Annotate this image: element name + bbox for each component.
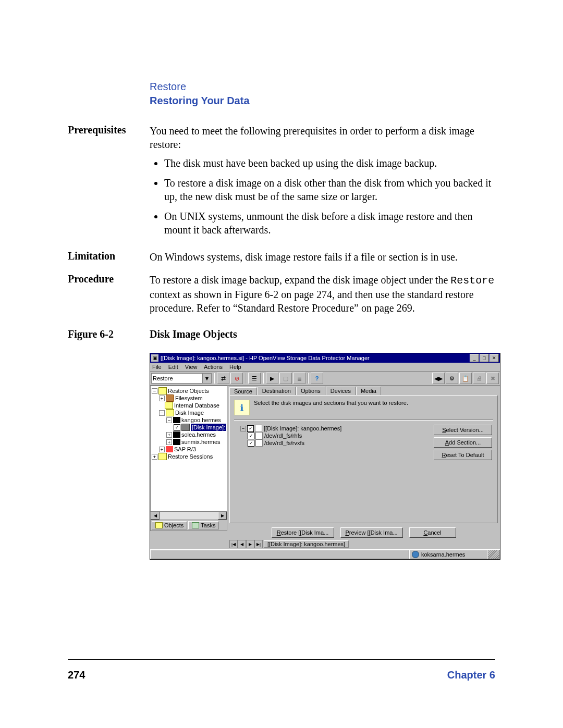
tree-kangoo[interactable]: −kangoo.hermes	[152, 416, 226, 424]
scoping-tab-tasks[interactable]: Tasks	[188, 521, 219, 529]
scoping-pane: −Restore Objects +Filesystem Internal Da…	[150, 386, 227, 520]
tree-sap[interactable]: +SAP R/3	[152, 446, 226, 453]
toolbar: Restore ▼ ⇄ ⊘ ☰ ▶ ▢ ≣ ? ◀▶ ⚙ 📋 🖨 ✖	[150, 372, 500, 386]
context-combo[interactable]: Restore ▼	[151, 373, 212, 384]
tab-source[interactable]: Source	[229, 387, 257, 396]
close-button[interactable]: ✕	[489, 354, 499, 362]
nav-last-icon[interactable]: ▶|	[254, 540, 263, 548]
toolbar-pause-icon[interactable]: ▢	[279, 373, 292, 384]
toolbar-properties-icon[interactable]: ☰	[248, 373, 261, 384]
tree-sunmix[interactable]: +sunmix.hermes	[152, 438, 226, 446]
toolbar-run-icon[interactable]: ▶	[266, 373, 278, 384]
minimize-button[interactable]: _	[470, 354, 479, 362]
select-version-button[interactable]: Select Version...	[434, 425, 492, 435]
nav-next-icon[interactable]: ▶	[246, 540, 254, 548]
chevron-down-icon: ▼	[202, 374, 211, 383]
device-icon	[255, 432, 263, 439]
add-section-button[interactable]: Add Section...	[434, 437, 492, 448]
tasks-icon	[192, 522, 199, 528]
info-icon: ℹ	[234, 400, 250, 415]
disk-image-icon	[255, 425, 262, 432]
toolbar-stop-icon[interactable]: ⊘	[230, 373, 243, 384]
figure-label: Figure 6-2	[68, 328, 150, 340]
tree-filesystem[interactable]: +Filesystem	[152, 394, 226, 402]
procedure-text: To restore a disk image backup, expand t…	[150, 273, 495, 315]
app-icon: ▣	[151, 354, 158, 362]
prerequisites-label: Prerequisites	[68, 124, 150, 243]
toolbar-delete-icon[interactable]: ✖	[486, 373, 499, 384]
figure-title: Disk Image Objects	[150, 328, 237, 340]
menu-view[interactable]: View	[185, 364, 198, 370]
maximize-button[interactable]: □	[480, 354, 489, 362]
toolbar-connect-icon[interactable]: ⇄	[217, 373, 229, 384]
tree-disk-image-selected[interactable]: ✓[Disk Image]:	[152, 424, 226, 431]
tab-options[interactable]: Options	[296, 387, 325, 395]
titlebar: ▣ [[Disk Image]: kangoo.hermes.si] - HP …	[150, 353, 500, 363]
window-title: [[Disk Image]: kangoo.hermes.si] - HP Op…	[161, 355, 470, 361]
menu-help[interactable]: Help	[229, 364, 241, 370]
toolbar-nav2-icon[interactable]: ⚙	[446, 373, 458, 384]
instruction-text: Select the disk images and sections that…	[254, 400, 408, 406]
scoping-tab-objects[interactable]: Objects	[152, 521, 187, 529]
toolbar-list-icon[interactable]: ≣	[293, 373, 305, 384]
objects-icon	[155, 522, 163, 528]
nav-prev-icon[interactable]: ◀	[238, 540, 246, 548]
header-subsection: Restoring Your Data	[150, 95, 250, 107]
toolbar-print-icon[interactable]: 🖨	[473, 373, 485, 384]
menu-actions[interactable]: Actions	[204, 364, 223, 370]
nav-tab[interactable]: [[Disk Image]: kangoo.hermes]	[264, 540, 349, 548]
scroll-right-icon[interactable]: ▶	[218, 512, 227, 520]
prerequisites-intro: You need to meet the following prerequis…	[150, 125, 474, 150]
tab-destination[interactable]: Destination	[258, 387, 296, 395]
tree-scrollbar[interactable]: ◀ ▶	[151, 511, 227, 520]
toolbar-help-icon[interactable]: ?	[311, 373, 323, 384]
restore-button[interactable]: Restore [[Disk Ima...	[272, 527, 334, 538]
prereq-bullet-2: To restore a disk image on a disk other …	[164, 176, 495, 203]
limitation-label: Limitation	[68, 250, 150, 264]
menu-file[interactable]: File	[152, 364, 162, 370]
device-icon	[255, 439, 263, 447]
preview-button[interactable]: Preview [[Disk Ima...	[340, 527, 403, 538]
toolbar-nav1-icon[interactable]: ◀▶	[432, 373, 445, 384]
page-number: 274	[68, 669, 85, 681]
chapter-label: Chapter 6	[447, 669, 495, 681]
cancel-button[interactable]: Cancel	[409, 527, 456, 538]
tree-internal-db[interactable]: Internal Database	[152, 402, 226, 409]
status-host: koksarna.hermes	[421, 551, 465, 558]
tree-restore-objects[interactable]: −Restore Objects	[152, 387, 226, 394]
procedure-label: Procedure	[68, 273, 150, 315]
menu-edit[interactable]: Edit	[168, 364, 178, 370]
prereq-bullet-3: On UNIX systems, unmount the disk before…	[164, 209, 495, 237]
tab-devices[interactable]: Devices	[326, 387, 356, 395]
tree-solea[interactable]: +solea.hermes	[152, 431, 226, 438]
tree-disk-image[interactable]: −Disk Image	[152, 409, 226, 416]
limitation-text: On Windows systems, disk image restore f…	[150, 250, 495, 264]
prereq-bullet-1: The disk must have been backed up using …	[164, 156, 495, 170]
toolbar-copy-icon[interactable]: 📋	[459, 373, 472, 384]
scroll-left-icon[interactable]: ◀	[151, 512, 160, 520]
header-section: Restore	[150, 81, 250, 93]
nav-first-icon[interactable]: |◀	[229, 540, 238, 548]
menubar: File Edit View Actions Help	[150, 363, 500, 372]
globe-icon	[412, 551, 419, 558]
tab-media[interactable]: Media	[356, 387, 381, 395]
app-window: ▣ [[Disk Image]: kangoo.hermes.si] - HP …	[150, 353, 500, 560]
statusbar: koksarna.hermes	[150, 549, 500, 559]
tree-restore-sessions[interactable]: +Restore Sessions	[152, 453, 226, 460]
reset-default-button[interactable]: Reset To Default	[434, 450, 492, 460]
